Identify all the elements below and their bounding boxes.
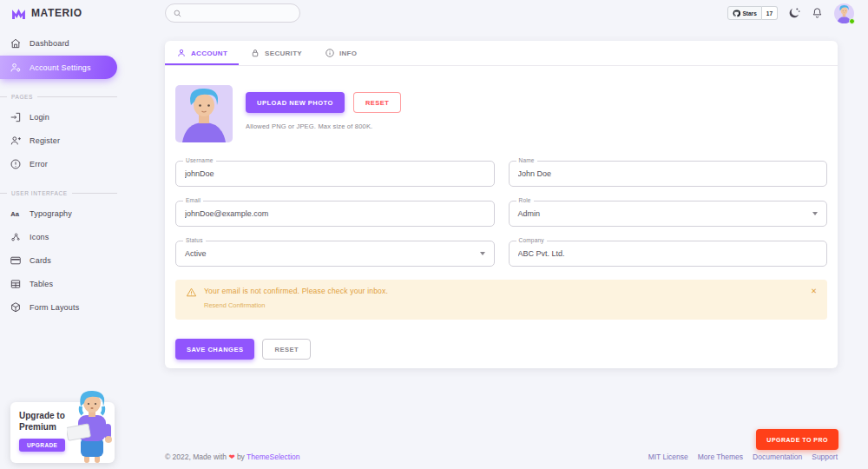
- top-navbar: MATERIO Stars 17: [0, 0, 868, 26]
- name-label: Name: [516, 157, 537, 163]
- tab-label: ACCOUNT: [191, 50, 227, 57]
- app-logo[interactable]: MATERIO: [11, 7, 82, 20]
- dots-molecule-icon: [10, 231, 22, 243]
- alert-message: Your email is not confirmed. Please chec…: [204, 287, 804, 295]
- name-input[interactable]: [518, 169, 819, 178]
- github-stars-label: Stars: [743, 10, 757, 17]
- sidebar-item-label: Icons: [30, 233, 49, 241]
- close-icon[interactable]: ✕: [811, 287, 817, 311]
- user-avatar[interactable]: [834, 3, 854, 23]
- email-field[interactable]: Email: [175, 201, 495, 227]
- sidebar-item-label: Login: [30, 113, 49, 122]
- save-changes-button[interactable]: SAVE CHANGES: [175, 339, 254, 360]
- resend-confirmation-link[interactable]: Resend Confirmation: [204, 301, 265, 309]
- username-label: Username: [183, 157, 216, 163]
- table-icon: [10, 278, 22, 290]
- footer-link-documentation[interactable]: Documentation: [753, 452, 802, 461]
- sidebar-section-pages: PAGES: [0, 94, 146, 100]
- profile-photo: [175, 85, 233, 142]
- search-icon: [173, 9, 182, 18]
- sidebar-item-label: Register: [30, 136, 60, 145]
- photo-reset-button[interactable]: RESET: [353, 92, 402, 113]
- footer-link-support[interactable]: Support: [812, 452, 838, 461]
- notifications-bell-icon[interactable]: [811, 6, 825, 20]
- cube-icon: [10, 301, 22, 314]
- email-input[interactable]: [185, 209, 485, 218]
- sidebar-item-tables[interactable]: Tables: [0, 273, 146, 295]
- sidebar-item-register[interactable]: Register: [0, 129, 146, 152]
- settings-tabs: ACCOUNT SECURITY INFO: [165, 41, 838, 66]
- sidebar-item-icons[interactable]: Icons: [0, 226, 146, 248]
- sidebar-item-label: Dashboard: [30, 39, 69, 48]
- footer-copyright: © 2022, Made with ❤ by ThemeSelection: [165, 452, 300, 461]
- alert-circle-icon: [10, 158, 22, 170]
- form-reset-button[interactable]: RESET: [262, 339, 311, 360]
- account-form: Username Name Email Role Admin Status Ac…: [175, 161, 827, 267]
- company-field[interactable]: Company: [509, 241, 828, 267]
- sidebar-item-label: Typography: [30, 209, 72, 218]
- home-icon: [10, 37, 22, 50]
- info-icon: [325, 48, 335, 58]
- sidebar-item-form-layouts[interactable]: Form Layouts: [0, 296, 146, 319]
- footer-link-more-themes[interactable]: More Themes: [698, 452, 743, 461]
- warning-triangle-icon: [186, 287, 197, 311]
- status-select[interactable]: Status Active: [175, 241, 495, 267]
- upgrade-button[interactable]: UPGRADE: [19, 439, 65, 452]
- role-selected-value: Admin: [518, 209, 813, 218]
- sidebar-item-account-settings[interactable]: Account Settings: [0, 56, 117, 79]
- tab-label: SECURITY: [265, 50, 302, 57]
- chevron-down-icon: [812, 212, 818, 215]
- footer: © 2022, Made with ❤ by ThemeSelection MI…: [165, 452, 838, 461]
- sidebar-nav: Dashboard Account Settings PAGES Login R…: [0, 26, 146, 320]
- sidebar-item-dashboard[interactable]: Dashboard: [0, 32, 146, 55]
- username-input[interactable]: [185, 169, 485, 178]
- typography-icon: Aa: [10, 208, 22, 220]
- tab-security[interactable]: SECURITY: [239, 41, 313, 65]
- upgrade-to-pro-button[interactable]: UPGRADE TO PRO: [756, 429, 838, 450]
- role-label: Role: [516, 197, 534, 203]
- dark-mode-toggle-icon[interactable]: [787, 6, 801, 20]
- chevron-down-icon: [480, 252, 485, 255]
- sidebar-item-error[interactable]: Error: [0, 153, 146, 175]
- search-input[interactable]: [187, 10, 293, 17]
- materio-logo-icon: [11, 7, 26, 20]
- sidebar-item-typography[interactable]: Aa Typography: [0, 202, 146, 225]
- sidebar-item-login[interactable]: Login: [0, 106, 146, 129]
- company-input[interactable]: [518, 249, 819, 258]
- credit-card-icon: [10, 254, 22, 267]
- svg-text:Aa: Aa: [10, 210, 19, 218]
- tab-label: INFO: [339, 50, 357, 57]
- status-label: Status: [183, 237, 206, 243]
- register-icon: [10, 135, 22, 147]
- copyright-text: © 2022, Made with: [165, 452, 227, 461]
- heart-icon: ❤: [228, 452, 234, 461]
- tab-info[interactable]: INFO: [313, 41, 368, 65]
- github-stars-badge[interactable]: Stars 17: [727, 6, 779, 20]
- person-icon: [176, 48, 187, 58]
- search-bar[interactable]: [165, 3, 300, 23]
- sidebar-section-user-interface: USER INTERFACE: [0, 190, 146, 196]
- email-warning-alert: Your email is not confirmed. Please chec…: [175, 280, 827, 320]
- name-field[interactable]: Name: [509, 161, 828, 187]
- footer-link-mit-license[interactable]: MIT License: [648, 452, 688, 461]
- sidebar-item-label: Error: [30, 160, 48, 168]
- account-settings-icon: [10, 62, 22, 74]
- username-field[interactable]: Username: [175, 161, 495, 187]
- copyright-by: by: [237, 452, 245, 461]
- premium-character-illustration: [67, 389, 117, 464]
- upgrade-premium-card: Upgrade to Premium UPGRADE: [10, 402, 115, 463]
- role-select[interactable]: Role Admin: [509, 201, 828, 227]
- upload-new-photo-button[interactable]: UPLOAD NEW PHOTO: [246, 92, 345, 113]
- sidebar-item-label: Tables: [30, 280, 53, 288]
- lock-icon: [250, 48, 260, 58]
- company-label: Company: [516, 237, 547, 243]
- account-settings-card: ACCOUNT SECURITY INFO: [165, 41, 838, 368]
- sidebar-item-label: Account Settings: [30, 63, 91, 72]
- status-selected-value: Active: [185, 249, 480, 258]
- photo-helper-text: Allowed PNG or JPEG. Max size of 800K.: [246, 122, 401, 130]
- sidebar-item-label: Form Layouts: [30, 303, 79, 312]
- sidebar-item-cards[interactable]: Cards: [0, 249, 146, 272]
- themeselection-link[interactable]: ThemeSelection: [247, 452, 299, 461]
- tab-account[interactable]: ACCOUNT: [165, 41, 239, 65]
- sidebar-item-label: Cards: [30, 256, 51, 265]
